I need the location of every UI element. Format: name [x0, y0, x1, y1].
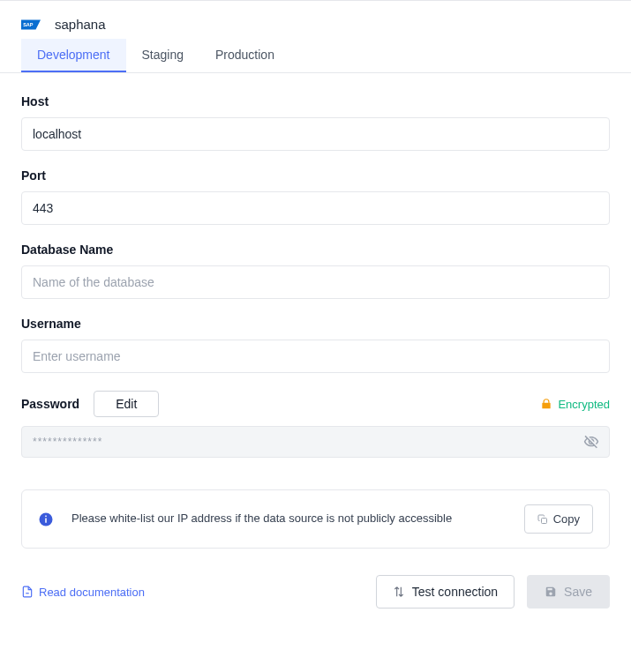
tab-staging[interactable]: Staging [126, 39, 199, 72]
svg-text:SAP: SAP [23, 21, 34, 26]
port-label: Port [21, 168, 610, 183]
eye-off-icon[interactable] [583, 434, 599, 450]
whitelist-info-box: Please white-list our IP address if the … [21, 489, 610, 549]
document-icon [21, 586, 34, 598]
save-icon [545, 586, 557, 598]
arrows-updown-icon [393, 586, 405, 598]
save-label: Save [564, 585, 592, 599]
username-label: Username [21, 317, 610, 331]
svg-rect-4 [45, 515, 47, 517]
dbname-label: Database Name [21, 243, 610, 257]
tab-production[interactable]: Production [199, 39, 290, 72]
password-input[interactable] [21, 426, 610, 458]
sap-logo-icon: SAP [21, 19, 41, 30]
password-label: Password [21, 397, 79, 411]
host-input[interactable] [21, 117, 610, 151]
test-label: Test connection [412, 585, 498, 599]
lock-icon [540, 398, 552, 410]
tab-development[interactable]: Development [21, 39, 126, 72]
svg-rect-3 [45, 518, 47, 522]
info-icon [38, 511, 54, 527]
test-connection-button[interactable]: Test connection [376, 575, 515, 609]
info-text: Please white-list our IP address if the … [71, 510, 507, 528]
svg-rect-5 [541, 518, 546, 523]
port-input[interactable] [21, 191, 610, 225]
encrypted-badge: Encrypted [540, 398, 610, 411]
copy-icon [537, 514, 548, 525]
tabs: Development Staging Production [0, 39, 631, 73]
dbname-input[interactable] [21, 265, 610, 299]
host-label: Host [21, 94, 610, 108]
edit-password-button[interactable]: Edit [94, 391, 159, 417]
copy-button[interactable]: Copy [524, 504, 593, 534]
page-title: saphana [55, 17, 106, 32]
save-button[interactable]: Save [527, 575, 610, 609]
read-documentation-link[interactable]: Read documentation [21, 586, 145, 599]
copy-label: Copy [553, 512, 580, 526]
username-input[interactable] [21, 340, 610, 373]
doc-link-label: Read documentation [39, 586, 145, 599]
encrypted-label: Encrypted [558, 398, 610, 411]
